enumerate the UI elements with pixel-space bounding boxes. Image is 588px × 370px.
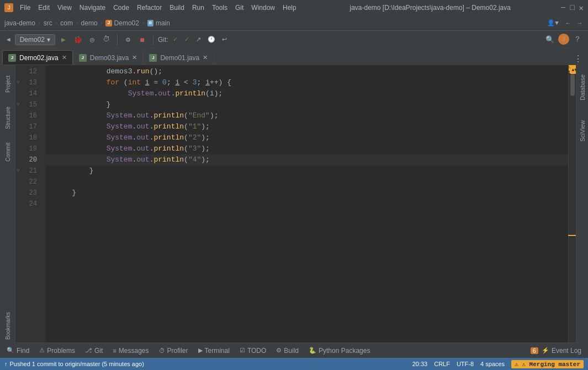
main-area: Project Structure Commit Bookmarks 12 ▽1…: [0, 65, 588, 342]
bottom-tab-find[interactable]: 🔍 Find: [2, 345, 34, 357]
line-num-16: 16: [15, 110, 41, 121]
breadcrumb-java-demo[interactable]: java-demo: [4, 19, 35, 27]
git-checkmark-1[interactable]: ✓: [171, 35, 180, 44]
breadcrumb-main[interactable]: main: [156, 19, 170, 27]
git-push-button[interactable]: ↗: [194, 35, 203, 44]
menu-view[interactable]: View: [54, 3, 75, 13]
scroll-thumb[interactable]: [570, 74, 575, 96]
close-button[interactable]: ✕: [579, 3, 584, 13]
fold-icon-13[interactable]: ▽: [17, 77, 19, 88]
status-line-ending[interactable]: CRLF: [434, 360, 450, 368]
build-button[interactable]: ⚙: [122, 34, 134, 46]
warning-indicator[interactable]: ⚠ 1 ▲ ▼: [569, 65, 576, 74]
menu-help[interactable]: Help: [279, 3, 300, 13]
menu-navigate[interactable]: Navigate: [76, 3, 109, 13]
status-indent[interactable]: 4 spaces: [480, 360, 505, 368]
breadcrumb-com[interactable]: com: [60, 19, 73, 27]
bottom-tab-todo[interactable]: ☑ TODO: [235, 345, 271, 357]
settings-button[interactable]: J: [558, 34, 569, 45]
code-content[interactable]: demos3.run(); for (int i = 0; i < 3; i++…: [46, 65, 568, 342]
sidebar-item-bookmarks[interactable]: Bookmarks: [2, 309, 14, 342]
recent-files-button[interactable]: ◀: [4, 35, 13, 44]
run-button[interactable]: ▶: [57, 34, 70, 46]
menu-refactor[interactable]: Refactor: [134, 3, 165, 13]
tab-demo01[interactable]: J Demo01.java ✕: [143, 50, 214, 65]
help-button[interactable]: ?: [571, 34, 584, 46]
git-push-icon: ↑: [4, 361, 8, 367]
status-encoding[interactable]: UTF-8: [457, 360, 474, 368]
fold-icon-21[interactable]: ▽: [17, 165, 19, 176]
editor-area: 12 ▽13 14 ▽15 16 17 18 19 20 ▽21 22 23 2…: [15, 65, 576, 342]
breadcrumb-demo02[interactable]: Demo02: [114, 19, 139, 27]
maximize-button[interactable]: □: [570, 3, 574, 13]
menu-build[interactable]: Build: [166, 3, 188, 13]
line-num-23: 23: [15, 187, 41, 199]
code-line-17: System.out.println("1");: [46, 121, 568, 132]
bottom-tab-python[interactable]: 🐍 Python Packages: [304, 345, 374, 357]
status-position[interactable]: 20:33: [412, 360, 428, 368]
tab-demo01-label: Demo01.java: [160, 54, 199, 62]
sidebar-item-commit[interactable]: Commit: [2, 136, 14, 169]
coverage-button[interactable]: ◎: [86, 34, 98, 46]
stop-button[interactable]: ◼: [136, 34, 149, 46]
breadcrumb-src[interactable]: src: [44, 19, 52, 27]
profiler-icon: ⏱: [159, 347, 165, 354]
debug-button[interactable]: 🐞: [72, 34, 84, 46]
editor-empty-space: [46, 210, 568, 342]
search-button[interactable]: 🔍: [544, 34, 556, 46]
run-config-selector[interactable]: Demo02 ▾: [15, 34, 55, 45]
todo-icon: ☑: [240, 347, 245, 354]
run-config-dropdown-icon: ▾: [47, 36, 50, 44]
menu-tools[interactable]: Tools: [209, 3, 231, 13]
tab-demo03-close[interactable]: ✕: [132, 54, 137, 61]
status-git-message: ↑ Pushed 1 commit to origin/master (5 mi…: [4, 361, 144, 367]
sidebar-item-project[interactable]: Project: [2, 67, 14, 100]
profile-button[interactable]: ⏱: [100, 34, 113, 46]
fold-icon-15[interactable]: ▽: [17, 99, 19, 110]
bottom-tab-git[interactable]: ⎇ Git: [81, 345, 107, 357]
git-area: Git: ✓ ✓ ↗ 🕐 ↩: [158, 35, 229, 44]
tab-demo02-label: Demo02.java: [19, 54, 59, 62]
git-checkmark-2[interactable]: ✓: [182, 35, 192, 44]
sidebar-database[interactable]: Database: [578, 65, 587, 109]
bottom-tab-terminal[interactable]: ▶ Terminal: [194, 345, 234, 357]
menu-file[interactable]: File: [17, 3, 34, 13]
line-num-19: 19: [15, 143, 41, 154]
toolbar-separator-1: [117, 34, 118, 45]
git-revert-button[interactable]: ↩: [220, 35, 229, 44]
forward-button[interactable]: →: [575, 19, 584, 28]
line-num-14: 14: [15, 88, 41, 99]
line-num-22: 22: [15, 176, 41, 187]
tabs-more-button[interactable]: ⋮: [570, 53, 586, 65]
title-bar: J File Edit View Navigate Code Refactor …: [0, 0, 588, 15]
bottom-tab-profiler[interactable]: ⏱ Profiler: [155, 345, 193, 357]
code-line-16: System.out.println("End");: [46, 110, 568, 121]
breadcrumb-demo[interactable]: demo: [81, 19, 98, 27]
menu-window[interactable]: Window: [248, 3, 278, 13]
tab-demo02[interactable]: J Demo02.java ✕: [2, 50, 73, 65]
status-right: 20:33 CRLF UTF-8 4 spaces ⚠ ⚠ Merging ma…: [412, 360, 584, 368]
menu-run[interactable]: Run: [189, 3, 208, 13]
sidebar-item-structure[interactable]: Structure: [2, 101, 14, 135]
search-everywhere-button[interactable]: 👤▼: [545, 18, 561, 28]
tab-demo02-close[interactable]: ✕: [62, 54, 67, 61]
status-warning[interactable]: ⚠ ⚠ Merging master: [511, 360, 584, 368]
tab-demo03[interactable]: J Demo03.java ✕: [73, 50, 144, 65]
tab-demo01-icon: J: [149, 54, 157, 62]
menu-code[interactable]: Code: [110, 3, 133, 13]
python-label: Python Packages: [319, 347, 370, 355]
back-button[interactable]: ←: [564, 19, 573, 28]
status-message: Pushed 1 commit to origin/master (5 minu…: [10, 361, 144, 367]
bottom-tab-problems[interactable]: ⚠ Problems: [35, 345, 80, 357]
minimize-button[interactable]: ─: [561, 3, 565, 13]
tab-demo01-close[interactable]: ✕: [203, 54, 208, 61]
menu-edit[interactable]: Edit: [35, 3, 53, 13]
editor-tabs: J Demo02.java ✕ J Demo03.java ✕ J Demo01…: [0, 49, 588, 65]
line-num-24: 24: [15, 199, 41, 210]
bottom-tab-event-log[interactable]: 6 ⚡ Event Log: [526, 345, 586, 357]
sidebar-sciview[interactable]: SciView: [578, 109, 587, 153]
bottom-tab-build[interactable]: ⚙ Build: [272, 345, 303, 357]
git-history-button[interactable]: 🕐: [205, 35, 218, 44]
bottom-tab-messages[interactable]: ≡ Messages: [108, 345, 153, 357]
menu-git[interactable]: Git: [232, 3, 247, 13]
